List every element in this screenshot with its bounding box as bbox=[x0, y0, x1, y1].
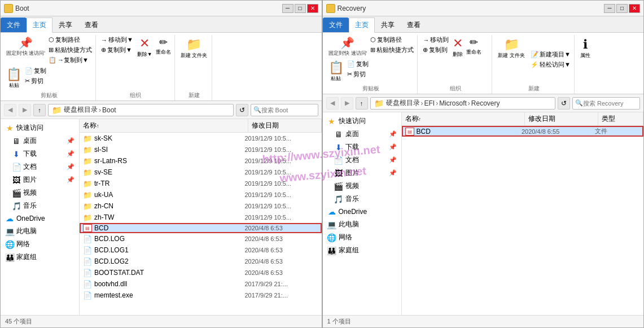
left-sidebar-videos[interactable]: 🎬 视频 bbox=[1, 186, 79, 199]
table-row[interactable]: 📄 bootvhd.dll 2017/9/29 21:... bbox=[80, 278, 322, 290]
left-col-name[interactable]: 名称 bbox=[80, 119, 248, 132]
copy-icon: 📄 bbox=[25, 67, 33, 75]
table-row[interactable]: 📁 tr-TR 2019/12/9 10:5... bbox=[80, 178, 322, 189]
right-props-btn[interactable]: ℹ 属性 bbox=[578, 35, 593, 94]
right-cut-btn[interactable]: ✂ 剪切 bbox=[346, 69, 370, 79]
table-row[interactable]: 📁 sr-Latn-RS 2019/12/9 10:5... bbox=[80, 155, 322, 167]
right-copy-path-btn[interactable]: ⬡ 复制路径 bbox=[369, 35, 415, 45]
right-sidebar-quickaccess[interactable]: ★ 快速访问 bbox=[323, 115, 401, 128]
right-forward-btn[interactable]: ▶ bbox=[341, 97, 353, 110]
right-minimize-btn[interactable]: ─ bbox=[604, 4, 615, 13]
left-rename-btn[interactable]: ✏ 重命名 bbox=[155, 35, 172, 90]
right-address-path[interactable]: 📁 硬盘根目录 › EFI › Microsoft › Recovery bbox=[370, 97, 556, 110]
right-sidebar-videos[interactable]: 🎬 视频 bbox=[323, 180, 401, 193]
left-forward-btn[interactable]: ▶ bbox=[19, 104, 31, 116]
left-item-count: 45 个项目 bbox=[5, 317, 32, 326]
left-tab-view[interactable]: 查看 bbox=[78, 18, 104, 32]
right-new-item-btn[interactable]: 📝 新建项目▼ bbox=[529, 50, 572, 59]
right-new-folder-icon: 📁 bbox=[504, 37, 519, 52]
right-rename-btn[interactable]: ✏ 重命名 bbox=[465, 35, 483, 84]
left-sidebar-pictures[interactable]: 🖼 图片 📌 bbox=[1, 173, 79, 186]
left-pin-btn[interactable]: 📌 固定到'快 速访问' bbox=[5, 35, 46, 58]
right-sidebar-downloads[interactable]: ⬇ 下载 📌 bbox=[323, 141, 401, 154]
left-sidebar-thispc[interactable]: 💻 此电脑 bbox=[1, 225, 79, 238]
left-sidebar-onedrive[interactable]: ☁ OneDrive bbox=[1, 212, 79, 225]
right-bcd-file[interactable]: ▤ BCD 2020/4/8 6:55 文件 bbox=[402, 126, 644, 137]
left-minimize-btn[interactable]: ─ bbox=[282, 4, 293, 13]
left-sidebar-homegroup[interactable]: 👪 家庭组 bbox=[1, 251, 79, 264]
left-bcd-file[interactable]: ▤ BCD 2020/4/8 6:53 bbox=[80, 223, 322, 233]
right-sidebar-onedrive[interactable]: ☁ OneDrive bbox=[323, 205, 401, 218]
left-back-btn[interactable]: ◀ bbox=[4, 104, 16, 116]
right-delete-btn[interactable]: ✕ 删除 bbox=[452, 35, 464, 84]
left-close-btn[interactable]: ✕ bbox=[307, 4, 318, 13]
right-copy-btn[interactable]: 📄 复制 bbox=[346, 59, 370, 69]
left-copy-path-btn[interactable]: ⬡ 复制路径 bbox=[47, 35, 93, 45]
left-sidebar-documents[interactable]: 📄 文档 📌 bbox=[1, 160, 79, 173]
table-row[interactable]: 📁 uk-UA 2019/12/9 10:5... bbox=[80, 189, 322, 200]
table-row[interactable]: 📄 BCD.LOG 2020/4/8 6:53 bbox=[80, 233, 322, 244]
left-move-to-btn[interactable]: → 移动到▼ bbox=[99, 35, 135, 45]
left-paste-btn[interactable]: 📋 粘贴 bbox=[5, 66, 23, 90]
right-paste-btn[interactable]: 📋 粘贴 bbox=[327, 59, 345, 84]
right-up-btn[interactable]: ↑ bbox=[356, 97, 368, 110]
left-col-date[interactable]: 修改日期 bbox=[248, 119, 322, 132]
right-tab-home[interactable]: 主页 bbox=[349, 18, 375, 33]
table-row[interactable]: 📄 BOOTSTAT.DAT 2020/4/8 6:53 bbox=[80, 267, 322, 278]
right-paste-shortcut-btn[interactable]: ⊞ 粘贴快捷方式 bbox=[369, 45, 415, 55]
left-tab-home[interactable]: 主页 bbox=[27, 18, 52, 33]
right-sidebar-thispc[interactable]: 💻 此电脑 bbox=[323, 218, 401, 231]
right-copy-to-btn[interactable]: ⊕ 复制到 bbox=[421, 45, 450, 55]
left-copy-to-organize-btn[interactable]: ⊕ 复制到▼ bbox=[99, 45, 135, 55]
table-row[interactable]: 📁 zh-CN 2019/12/9 10:5... bbox=[80, 200, 322, 212]
left-maximize-btn[interactable]: □ bbox=[295, 4, 306, 13]
right-sidebar-homegroup[interactable]: 👪 家庭组 bbox=[323, 244, 401, 257]
left-search-bar[interactable]: 🔍 bbox=[251, 104, 318, 116]
table-row[interactable]: 📄 BCD.LOG1 2020/4/8 6:53 bbox=[80, 244, 322, 256]
right-col-name[interactable]: 名称 bbox=[402, 112, 525, 125]
left-sidebar-quickaccess[interactable]: ★ 快速访问 bbox=[1, 121, 79, 134]
left-sidebar-desktop[interactable]: 🖥 桌面 📌 bbox=[1, 134, 79, 147]
left-delete-btn[interactable]: ✕ 删除▼ bbox=[136, 35, 154, 90]
left-cut-btn[interactable]: ✂ 剪切 bbox=[24, 76, 47, 86]
right-easy-access-btn[interactable]: ⚡ 轻松访问▼ bbox=[529, 60, 572, 69]
right-col-type[interactable]: 类型 bbox=[598, 112, 643, 125]
left-refresh-btn[interactable]: ↺ bbox=[236, 104, 248, 116]
left-sidebar-music[interactable]: 🎵 音乐 bbox=[1, 199, 79, 212]
left-new-folder-btn[interactable]: 📁 新建 文件夹 bbox=[178, 35, 210, 90]
left-sidebar-downloads[interactable]: ⬇ 下载 📌 bbox=[1, 147, 79, 160]
table-row[interactable]: 📄 memtest.exe 2017/9/29 21:... bbox=[80, 290, 322, 301]
left-copy-to-btn[interactable]: 📋 →复制到▼ bbox=[47, 55, 93, 65]
right-sidebar-documents[interactable]: 📄 文档 📌 bbox=[323, 154, 401, 167]
right-sidebar-music[interactable]: 🎵 音乐 bbox=[323, 193, 401, 205]
table-row[interactable]: 📁 zh-TW 2019/12/9 10:5... bbox=[80, 212, 322, 223]
left-tab-file[interactable]: 文件 bbox=[1, 18, 27, 32]
right-move-to-btn[interactable]: → 移动到 bbox=[421, 35, 450, 45]
right-maximize-btn[interactable]: □ bbox=[616, 4, 628, 13]
right-back-btn[interactable]: ◀ bbox=[326, 97, 339, 110]
table-row[interactable]: 📁 sv-SE 2019/12/9 10:5... bbox=[80, 167, 322, 178]
right-close-btn[interactable]: ✕ bbox=[629, 4, 640, 13]
left-copy-btn[interactable]: 📄 复制 bbox=[24, 66, 47, 76]
right-sidebar-network[interactable]: 🌐 网络 bbox=[323, 231, 401, 244]
right-sidebar-pictures[interactable]: 🖼 图片 📌 bbox=[323, 167, 401, 180]
right-tab-view[interactable]: 查看 bbox=[401, 18, 427, 32]
left-paste-shortcut-btn[interactable]: ⊞ 粘贴快捷方式 bbox=[47, 45, 93, 55]
right-sidebar-desktop[interactable]: 🖥 桌面 📌 bbox=[323, 128, 401, 141]
left-sidebar-network[interactable]: 🌐 网络 bbox=[1, 238, 79, 251]
left-tab-share[interactable]: 共享 bbox=[52, 18, 78, 32]
right-search-input[interactable] bbox=[583, 100, 637, 107]
right-new-folder-btn[interactable]: 📁 新建 文件夹 bbox=[496, 35, 527, 84]
right-search-bar[interactable]: 🔍 bbox=[572, 97, 640, 110]
table-row[interactable]: 📁 sl-SI 2019/12/9 10:5... bbox=[80, 144, 322, 155]
left-address-path[interactable]: 📁 硬盘根目录 › Boot bbox=[48, 104, 234, 116]
right-tab-share[interactable]: 共享 bbox=[375, 18, 401, 32]
left-up-btn[interactable]: ↑ bbox=[33, 104, 46, 116]
right-pin-btn[interactable]: 📌 固定到'快 速访问' bbox=[327, 35, 369, 58]
right-refresh-btn[interactable]: ↺ bbox=[558, 97, 570, 110]
right-tab-file[interactable]: 文件 bbox=[323, 18, 349, 32]
left-search-input[interactable] bbox=[261, 107, 316, 113]
table-row[interactable]: 📁 sk-SK 2019/12/9 10:5... bbox=[80, 133, 322, 144]
right-col-date[interactable]: 修改日期 bbox=[525, 112, 598, 125]
table-row[interactable]: 📄 BCD.LOG2 2020/4/8 6:53 bbox=[80, 256, 322, 267]
